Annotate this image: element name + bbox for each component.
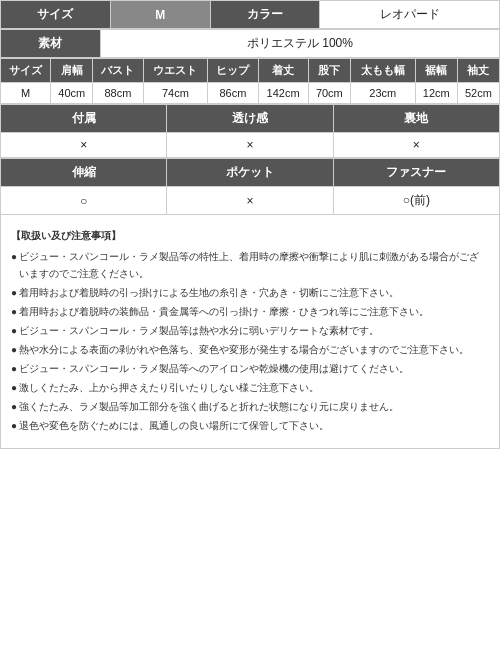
notes-item: ●強くたたみ、ラメ製品等加工部分を強く曲げると折れた状態になり元に戻りません。: [11, 398, 489, 415]
size-detail-header-cell: バスト: [93, 59, 143, 83]
feature-value-cell: ×: [1, 133, 167, 158]
notes-bullet: ●: [11, 417, 17, 434]
material-value: ポリエステル 100%: [100, 30, 499, 58]
notes-bullet: ●: [11, 341, 17, 358]
feature-value-cell: ×: [333, 133, 499, 158]
notes-item: ●ビジュー・スパンコール・ラメ製品等の特性上、着用時の摩擦や衝撃により肌に刺激が…: [11, 248, 489, 282]
notes-item: ●ビジュー・スパンコール・ラメ製品等は熱や水分に弱いデリケートな素材です。: [11, 322, 489, 339]
notes-bullet: ●: [11, 360, 17, 377]
size-label: サイズ: [1, 1, 111, 29]
size-detail-body: M40cm88cm74cm86cm142cm70cm23cm12cm52cm: [1, 83, 500, 104]
notes-text: ビジュー・スパンコール・ラメ製品等へのアイロンや乾燥機の使用は避けてください。: [19, 360, 489, 377]
notes-text: ビジュー・スパンコール・ラメ製品等の特性上、着用時の摩擦や衝撃により肌に刺激があ…: [19, 248, 489, 282]
feature-value-row: ×××: [1, 133, 500, 158]
size-detail-header-cell: 太もも幅: [350, 59, 415, 83]
size-detail-cell: 88cm: [93, 83, 143, 104]
size-detail-cell: 40cm: [51, 83, 93, 104]
notes-bullet: ●: [11, 248, 17, 265]
size-detail-header-cell: ウエスト: [143, 59, 208, 83]
spz-header-cell: ファスナー: [333, 159, 499, 187]
size-value: M: [110, 1, 210, 29]
notes-item: ●着用時および着脱時の装飾品・貴金属等への引っ掛け・摩擦・ひきつれ等にご注意下さ…: [11, 303, 489, 320]
notes-item: ●ビジュー・スパンコール・ラメ製品等へのアイロンや乾燥機の使用は避けてください。: [11, 360, 489, 377]
spz-value-row: ○×○(前): [1, 187, 500, 215]
notes-list: ●ビジュー・スパンコール・ラメ製品等の特性上、着用時の摩擦や衝撃により肌に刺激が…: [11, 248, 489, 434]
size-detail-cell: 12cm: [415, 83, 457, 104]
feature-header-cell: 透け感: [167, 105, 333, 133]
size-detail-cell: 74cm: [143, 83, 208, 104]
notes-item: ●熱や水分による表面の剥がれや色落ち、変色や変形が発生する場合がございますのでご…: [11, 341, 489, 358]
notes-text: 激しくたたみ、上から押さえたり引いたりしない様ご注意下さい。: [19, 379, 489, 396]
notes-text: ビジュー・スパンコール・ラメ製品等は熱や水分に弱いデリケートな素材です。: [19, 322, 489, 339]
notes-text: 強くたたみ、ラメ製品等加工部分を強く曲げると折れた状態になり元に戻りません。: [19, 398, 489, 415]
size-detail-cell: 23cm: [350, 83, 415, 104]
product-info-container: サイズ M カラー レオパード 素材 ポリエステル 100% サイズ肩幅バストウ…: [0, 0, 500, 449]
size-detail-cell: 86cm: [208, 83, 258, 104]
size-detail-header-cell: 袖丈: [457, 59, 499, 83]
feature-header-cell: 付属: [1, 105, 167, 133]
notes-bullet: ●: [11, 379, 17, 396]
notes-bullet: ●: [11, 303, 17, 320]
notes-title: 【取扱い及び注意事項】: [11, 227, 489, 244]
feature-header-row: 付属透け感裏地: [1, 105, 500, 133]
spz-value-cell: ×: [167, 187, 333, 215]
feature-table: 付属透け感裏地 ×××: [0, 104, 500, 158]
material-table: 素材 ポリエステル 100%: [0, 29, 500, 58]
color-label: カラー: [210, 1, 320, 29]
notes-text: 熱や水分による表面の剥がれや色落ち、変色や変形が発生する場合がございますのでご注…: [19, 341, 489, 358]
spz-header-cell: ポケット: [167, 159, 333, 187]
size-detail-header-cell: ヒップ: [208, 59, 258, 83]
notes-item: ●着用時および着脱時の引っ掛けによる生地の糸引き・穴あき・切断にご注意下さい。: [11, 284, 489, 301]
spz-value-cell: ○: [1, 187, 167, 215]
size-detail-cell: 52cm: [457, 83, 499, 104]
spz-header-row: 伸縮ポケットファスナー: [1, 159, 500, 187]
size-detail-cell: 142cm: [258, 83, 308, 104]
notes-text: 着用時および着脱時の装飾品・貴金属等への引っ掛け・摩擦・ひきつれ等にご注意下さい…: [19, 303, 489, 320]
notes-bullet: ●: [11, 284, 17, 301]
feature-header-cell: 裏地: [333, 105, 499, 133]
notes-section: 【取扱い及び注意事項】 ●ビジュー・スパンコール・ラメ製品等の特性上、着用時の摩…: [0, 215, 500, 449]
notes-bullet: ●: [11, 322, 17, 339]
notes-item: ●退色や変色を防ぐためには、風通しの良い場所にて保管して下さい。: [11, 417, 489, 434]
size-detail-cell: 70cm: [308, 83, 350, 104]
notes-item: ●激しくたたみ、上から押さえたり引いたりしない様ご注意下さい。: [11, 379, 489, 396]
size-color-table: サイズ M カラー レオパード: [0, 0, 500, 29]
material-label: 素材: [1, 30, 101, 58]
spz-header-cell: 伸縮: [1, 159, 167, 187]
notes-text: 着用時および着脱時の引っ掛けによる生地の糸引き・穴あき・切断にご注意下さい。: [19, 284, 489, 301]
feature-value-cell: ×: [167, 133, 333, 158]
size-detail-cell: M: [1, 83, 51, 104]
size-detail-header-cell: 股下: [308, 59, 350, 83]
size-detail-header-cell: 着丈: [258, 59, 308, 83]
size-detail-header-cell: 肩幅: [51, 59, 93, 83]
spz-value-cell: ○(前): [333, 187, 499, 215]
notes-text: 退色や変色を防ぐためには、風通しの良い場所にて保管して下さい。: [19, 417, 489, 434]
spz-table: 伸縮ポケットファスナー ○×○(前): [0, 158, 500, 215]
size-detail-header-cell: サイズ: [1, 59, 51, 83]
color-value: レオパード: [320, 1, 500, 29]
size-detail-header-row: サイズ肩幅バストウエストヒップ着丈股下太もも幅裾幅袖丈: [1, 59, 500, 83]
size-detail-data-row: M40cm88cm74cm86cm142cm70cm23cm12cm52cm: [1, 83, 500, 104]
size-detail-table: サイズ肩幅バストウエストヒップ着丈股下太もも幅裾幅袖丈 M40cm88cm74c…: [0, 58, 500, 104]
notes-bullet: ●: [11, 398, 17, 415]
size-detail-header-cell: 裾幅: [415, 59, 457, 83]
